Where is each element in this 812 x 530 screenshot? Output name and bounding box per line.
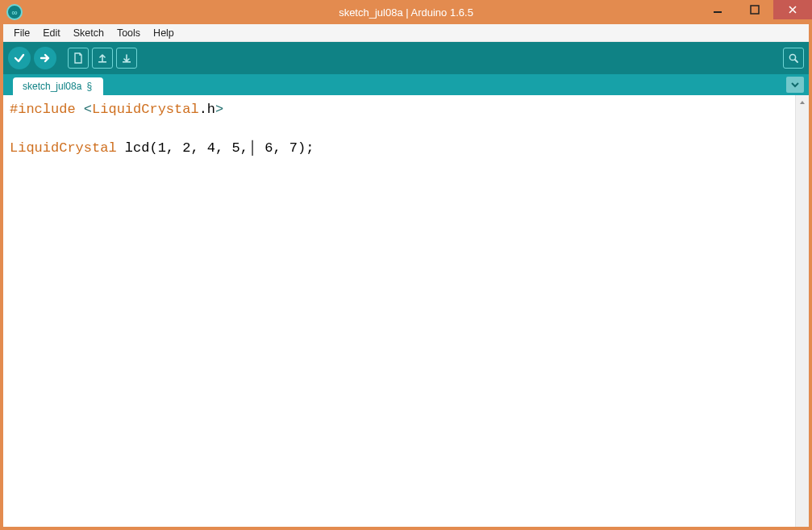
titlebar: ∞ sketch_jul08a | Arduino 1.6.5 — [0, 0, 812, 24]
tab-menu-button[interactable] — [786, 77, 804, 93]
svg-rect-2 — [98, 61, 106, 63]
arrow-down-icon — [121, 52, 132, 64]
verify-button[interactable] — [8, 47, 31, 69]
chevron-down-icon — [790, 80, 800, 90]
code-token: #include — [10, 102, 76, 117]
code-token: LiquidCrystal — [10, 140, 117, 156]
maximize-button[interactable] — [736, 0, 773, 19]
svg-rect-1 — [751, 6, 759, 14]
app-icon: ∞ — [6, 4, 23, 20]
svg-rect-0 — [714, 11, 722, 13]
tab-label: sketch_jul08a — [23, 81, 81, 92]
tab-sketch[interactable]: sketch_jul08a§ — [13, 77, 103, 95]
file-icon — [73, 52, 84, 64]
toolbar — [3, 42, 809, 74]
code-token: LiquidCrystal — [92, 102, 199, 117]
open-button[interactable] — [92, 48, 113, 69]
window-title: sketch_jul08a | Arduino 1.6.5 — [339, 6, 473, 19]
svg-rect-3 — [123, 61, 131, 63]
code-token: .h — [199, 102, 215, 117]
arrow-right-icon — [39, 52, 52, 65]
arrow-up-icon — [97, 52, 108, 64]
new-button[interactable] — [68, 48, 89, 69]
editor-area: #include <LiquidCrystal.h> LiquidCrystal… — [3, 95, 809, 527]
upload-button[interactable] — [34, 47, 56, 69]
menu-tools[interactable]: Tools — [111, 26, 146, 40]
code-token: < — [84, 102, 92, 117]
code-editor[interactable]: #include <LiquidCrystal.h> LiquidCrystal… — [3, 95, 795, 527]
tabstrip: sketch_jul08a§ — [3, 74, 809, 95]
minimize-button[interactable] — [699, 0, 736, 19]
menu-help[interactable]: Help — [148, 26, 180, 40]
scroll-up-icon[interactable] — [796, 95, 809, 109]
code-token: 6, 7); — [256, 140, 314, 156]
save-button[interactable] — [116, 48, 137, 69]
magnifier-icon — [788, 52, 799, 64]
window-body: File Edit Sketch Tools Help sketch_jul08… — [0, 24, 812, 530]
text-cursor: │ — [248, 140, 256, 156]
window-controls — [699, 0, 812, 24]
check-icon — [13, 52, 26, 65]
code-token: lcd(1, 2, 4, 5, — [117, 140, 248, 156]
menu-sketch[interactable]: Sketch — [68, 26, 110, 40]
menu-edit[interactable]: Edit — [37, 26, 66, 40]
menu-file[interactable]: File — [8, 26, 35, 40]
vertical-scrollbar[interactable] — [795, 95, 809, 527]
tab-modified-marker: § — [85, 81, 92, 92]
close-button[interactable] — [773, 0, 812, 19]
menubar: File Edit Sketch Tools Help — [3, 24, 809, 42]
code-token: > — [215, 102, 223, 117]
serial-monitor-button[interactable] — [783, 48, 804, 69]
